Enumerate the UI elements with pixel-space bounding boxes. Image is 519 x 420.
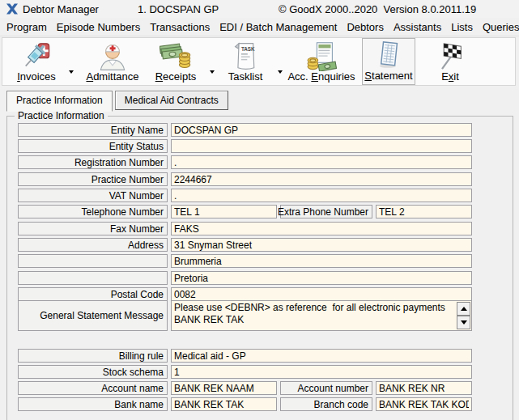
address-line3-label [18, 271, 168, 285]
invoices-button[interactable]: Invoices [9, 38, 64, 85]
account-number-label: Account number [280, 381, 372, 395]
invoices-dropdown-arrow-icon[interactable] [69, 70, 74, 74]
menu-bar: Program Episode Numbers Transactions EDI… [0, 18, 519, 36]
entity-name-label: Entity Name [18, 123, 168, 137]
acc-enquiries-button-label: Acc. Enquiries [287, 71, 355, 83]
invoices-icon [21, 40, 52, 71]
title-bar: Debtor Manager 1. DOCSPAN GP © GoodX 200… [0, 0, 519, 18]
entity-status-field[interactable] [171, 139, 472, 153]
receipts-button[interactable]: Receipts [148, 38, 203, 85]
tasklist-icon: TASK [232, 40, 259, 71]
tab-practice-information[interactable]: Practice Information [6, 91, 113, 112]
admittance-button-label: Admittance [86, 71, 138, 83]
address-label: Address [18, 238, 168, 252]
telephone-number-label: Telephone Number [18, 205, 168, 218]
exit-button-label: Exit [441, 71, 459, 83]
svg-text:TASK: TASK [241, 46, 255, 52]
extra-phone-number-label: Extra Phone Number [280, 205, 372, 218]
receipts-dropdown-arrow-icon[interactable] [210, 70, 215, 74]
menu-episode-numbers[interactable]: Episode Numbers [52, 19, 145, 36]
branch-code-field[interactable] [376, 397, 472, 411]
address-line3-field[interactable] [171, 271, 472, 285]
extra-phone-number-field[interactable] [376, 205, 472, 218]
account-name-label: Account name [18, 381, 168, 395]
receipts-button-label: Receipts [155, 71, 197, 83]
entity-name-field[interactable] [171, 123, 472, 137]
app-title: Debtor Manager [23, 3, 99, 15]
bank-name-label: Bank name [18, 397, 168, 411]
practice-number-field[interactable] [171, 172, 472, 186]
menu-program[interactable]: Program [2, 19, 52, 36]
tasklist-button-label: Tasklist [228, 71, 263, 83]
goodx-logo-icon [6, 2, 19, 15]
admittance-button[interactable]: Admittance [83, 38, 142, 85]
receipts-icon [160, 40, 192, 71]
current-entity-title: 1. DOCSPAN GP [138, 3, 219, 15]
message-scroll-down-button[interactable] [457, 316, 470, 329]
statement-button[interactable]: Statement [362, 38, 415, 85]
groupbox-legend: Practice Information [15, 110, 108, 121]
menu-queries[interactable]: Queries [478, 19, 519, 36]
scroll-down-icon [461, 320, 467, 325]
debtor-manager-window: { "window": { "title": "Debtor Manager",… [0, 0, 519, 420]
branch-code-label: Branch code [280, 397, 372, 411]
stock-schema-label: Stock schema [18, 365, 168, 379]
registration-number-label: Registration Number [18, 155, 168, 169]
menu-debtors[interactable]: Debtors [342, 19, 389, 36]
acc-enquiries-button[interactable]: Acc. Enquiries [287, 38, 355, 85]
fax-number-field[interactable] [171, 222, 472, 235]
copyright-version-text: © GoodX 2000..2020 Version 8.0.2011.19 [279, 3, 476, 15]
stock-schema-field[interactable] [171, 365, 472, 379]
scroll-up-icon [461, 307, 467, 311]
billing-rule-field[interactable] [171, 349, 472, 363]
general-statement-message-label: General Statement Message [18, 300, 168, 331]
address-line2-label [18, 254, 168, 268]
address-line2-field[interactable] [171, 254, 472, 268]
bank-name-field[interactable] [171, 397, 277, 411]
menu-lists[interactable]: Lists [446, 19, 478, 36]
account-number-field[interactable] [376, 381, 472, 395]
tab-strip: Practice Information Medical Aid Contrac… [6, 91, 228, 112]
statement-message-line2: BANK REK TAK [172, 313, 471, 325]
tab-medical-aid-contracts[interactable]: Medical Aid Contracts [115, 91, 228, 110]
invoices-button-label: Invoices [17, 71, 56, 83]
billing-rule-label: Billing rule [18, 349, 168, 363]
registration-number-field[interactable] [171, 155, 472, 169]
exit-icon [434, 40, 466, 71]
postal-code-label: Postal Code [18, 287, 168, 301]
entity-status-label: Entity Status [18, 139, 168, 153]
practice-number-label: Practice Number [18, 172, 168, 186]
statement-message-line1: Please use <DEBNR> as reference for all … [172, 301, 471, 313]
admittance-icon [98, 40, 127, 71]
tasklist-button[interactable]: TASK Tasklist [221, 38, 270, 85]
exit-button[interactable]: Exit [427, 38, 474, 85]
postal-code-field[interactable] [171, 287, 472, 301]
telephone-number-field[interactable] [171, 205, 277, 218]
vat-number-field[interactable] [171, 189, 472, 202]
main-toolbar: Invoices Admittance [2, 37, 516, 86]
message-scroll-up-button[interactable] [457, 302, 470, 316]
tasklist-dropdown-arrow-icon[interactable] [278, 70, 283, 74]
account-name-field[interactable] [171, 381, 277, 395]
menu-edi-batch-management[interactable]: EDI / Batch Management [215, 19, 342, 36]
general-statement-message-field[interactable]: Please use <DEBNR> as reference for all … [171, 300, 472, 331]
address-line1-field[interactable] [171, 238, 472, 252]
statement-button-label: Statement [364, 70, 412, 82]
vat-number-label: VAT Number [18, 189, 168, 202]
menu-assistants[interactable]: Assistants [389, 19, 446, 36]
acc-enquiries-icon [306, 40, 337, 71]
fax-number-label: Fax Number [18, 222, 168, 235]
menu-transactions[interactable]: Transactions [145, 19, 215, 36]
statement-icon [375, 40, 402, 70]
